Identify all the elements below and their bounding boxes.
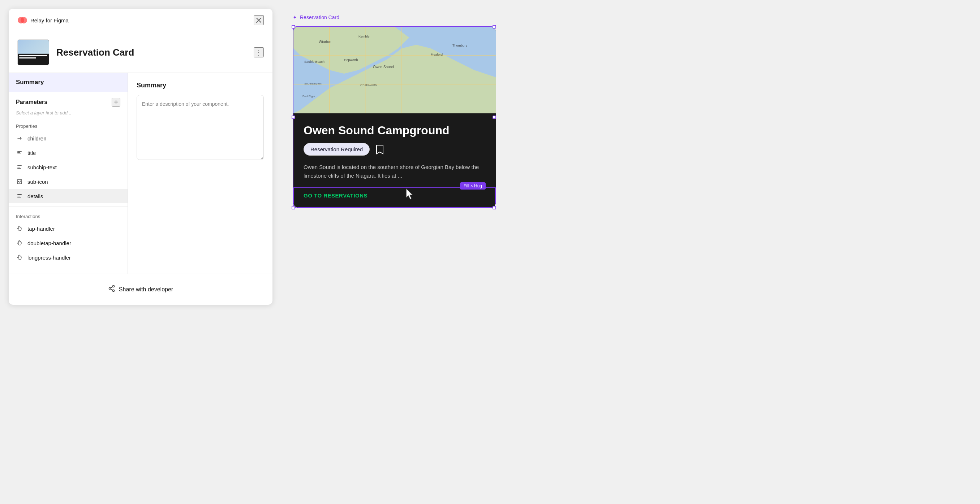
close-button[interactable] [254, 15, 264, 25]
card-border: Wiarton Kemble Sauble Beach Hepworth Owe… [293, 26, 495, 208]
doubletap-handler-icon [16, 239, 23, 247]
longpress-handler-label: longpress-handler [27, 255, 71, 261]
card-info: Owen Sound Campground Reservation Requir… [293, 113, 496, 208]
svg-rect-5 [18, 165, 22, 166]
card-map: Wiarton Kemble Sauble Beach Hepworth Owe… [293, 27, 496, 113]
sidebar-item-sub-icon[interactable]: sub-icon [9, 174, 127, 189]
share-button-label: Share with developer [119, 286, 173, 293]
panel-header: Relay for Figma [9, 9, 272, 32]
sidebar-item-doubletap-handler[interactable]: doubletap-handler [9, 236, 127, 250]
sidebar-item-tap-handler[interactable]: tap-handler [9, 221, 127, 236]
svg-text:Chatsworth: Chatsworth [360, 83, 377, 87]
handle-bottom-right[interactable] [493, 206, 496, 209]
sidebar-item-longpress-handler[interactable]: longpress-handler [9, 250, 127, 265]
svg-text:Thornbury: Thornbury [452, 44, 468, 47]
left-panel: Relay for Figma Reservation Card ⋮ Summa… [9, 9, 272, 305]
subchip-text-label: subchip-text [27, 164, 57, 170]
main-content: Summary [128, 73, 272, 274]
svg-point-1 [21, 17, 27, 24]
map-svg: Wiarton Kemble Sauble Beach Hepworth Owe… [293, 27, 496, 113]
svg-rect-4 [18, 154, 21, 155]
subchip-text-icon [16, 163, 23, 171]
sidebar-tab-summary[interactable]: Summary [9, 73, 127, 92]
fill-hug-badge: Fill × Hug [460, 182, 486, 190]
svg-rect-7 [18, 168, 21, 169]
share-icon [108, 285, 115, 294]
preview-label-text: Reservation Card [300, 14, 339, 20]
component-header: Reservation Card ⋮ [9, 32, 272, 73]
handle-middle-right[interactable] [493, 116, 496, 119]
thumbnail-dark [18, 54, 49, 65]
parameters-section-header: Parameters + [9, 92, 127, 110]
svg-text:Hepworth: Hepworth [344, 58, 358, 62]
handle-bottom-left[interactable] [292, 206, 295, 209]
svg-text:Port Elgin: Port Elgin [302, 95, 315, 98]
relay-icon [18, 16, 27, 25]
component-title: Reservation Card [56, 47, 247, 58]
handle-middle-left[interactable] [292, 116, 295, 119]
app-name: Relay for Figma [30, 17, 68, 24]
svg-rect-11 [18, 197, 21, 198]
go-to-reservations: GO TO RESERVATIONS [304, 192, 368, 198]
svg-text:Owen Sound: Owen Sound [373, 65, 394, 69]
properties-group-label: Properties [9, 119, 127, 131]
svg-text:Kemble: Kemble [358, 35, 370, 38]
sub-icon-label: sub-icon [27, 179, 48, 185]
children-label: children [27, 135, 47, 141]
interactions-group-label: Interactions [9, 209, 127, 221]
thumbnail-map [18, 40, 49, 54]
sidebar-item-title[interactable]: title [9, 146, 127, 160]
sidebar-item-subchip-text[interactable]: subchip-text [9, 160, 127, 174]
close-icon [256, 17, 262, 23]
panel-body: Summary Parameters + Select a layer firs… [9, 73, 272, 274]
reservation-card: Wiarton Kemble Sauble Beach Hepworth Owe… [293, 27, 496, 208]
svg-text:Sauble Beach: Sauble Beach [304, 60, 325, 63]
svg-point-14 [109, 288, 111, 290]
app-logo: Relay for Figma [18, 16, 68, 25]
svg-point-13 [112, 290, 114, 292]
details-label: details [27, 193, 43, 199]
tap-handler-label: tap-handler [27, 226, 55, 232]
card-description: Owen Sound is located on the southern sh… [304, 163, 486, 180]
handle-top-right[interactable] [493, 25, 496, 29]
tap-handler-icon [16, 225, 23, 232]
svg-text:Southampton: Southampton [304, 82, 321, 85]
svg-rect-2 [18, 151, 22, 152]
parameters-label: Parameters [16, 99, 47, 105]
sub-icon-icon [16, 178, 23, 185]
svg-text:Wiarton: Wiarton [319, 40, 331, 44]
sidebar: Summary Parameters + Select a layer firs… [9, 73, 128, 274]
svg-rect-9 [18, 194, 22, 195]
sidebar-item-children[interactable]: children [9, 131, 127, 146]
card-wrapper: Wiarton Kemble Sauble Beach Hepworth Owe… [293, 26, 966, 208]
summary-section-title: Summary [137, 82, 264, 89]
preview-area: ✦ Reservation Card [287, 9, 971, 214]
doubletap-handler-label: doubletap-handler [27, 240, 71, 246]
reservation-badge: Reservation Required [304, 143, 370, 155]
title-label: title [27, 150, 36, 156]
sidebar-hint: Select a layer first to add... [9, 110, 127, 119]
sidebar-divider [9, 206, 127, 206]
share-button-row: Share with developer [9, 274, 272, 305]
add-parameter-button[interactable]: + [112, 98, 120, 106]
share-with-developer-button[interactable]: Share with developer [101, 281, 180, 298]
preview-label: ✦ Reservation Card [293, 14, 966, 20]
card-badges: Reservation Required [304, 143, 486, 155]
more-options-button[interactable]: ⋮ [254, 47, 264, 57]
svg-rect-3 [18, 152, 20, 153]
component-thumbnail [18, 40, 49, 65]
sidebar-item-details[interactable]: details [9, 189, 127, 203]
component-icon: ✦ [293, 14, 297, 20]
svg-point-12 [112, 285, 114, 287]
details-icon [16, 192, 23, 200]
sidebar-tab-label: Summary [16, 79, 44, 86]
title-text-icon [16, 149, 23, 156]
card-title: Owen Sound Campground [304, 124, 486, 137]
svg-text:Meaford: Meaford [431, 53, 443, 56]
handle-top-left[interactable] [292, 25, 295, 29]
thumbnail-line-2 [19, 57, 36, 59]
thumbnail-line-1 [19, 55, 47, 56]
svg-rect-10 [18, 196, 20, 197]
description-textarea[interactable] [137, 95, 264, 160]
add-icon: + [114, 98, 118, 106]
